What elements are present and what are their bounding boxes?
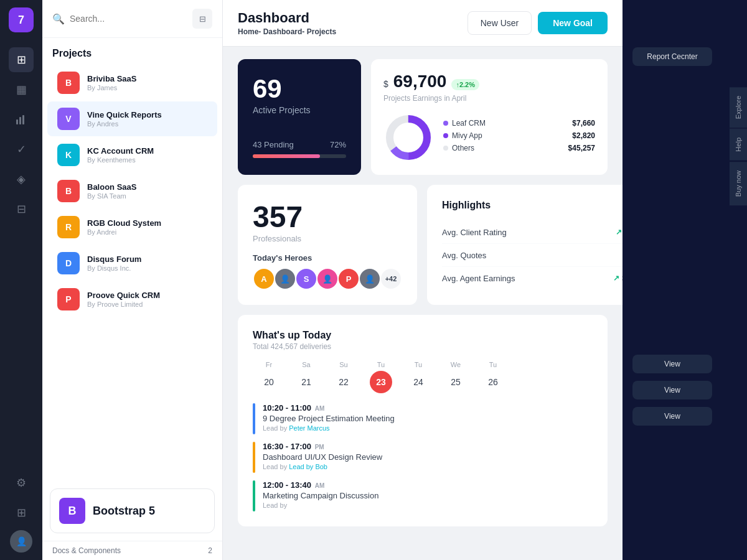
sidebar-item-check[interactable]: ✓	[9, 137, 34, 162]
svg-rect-1	[19, 117, 21, 124]
event-lead: Lead by Peter Marcus	[263, 424, 593, 432]
project-by: By Keenthemes	[87, 156, 207, 164]
project-item[interactable]: K KC Account CRM By Keenthemes	[47, 138, 217, 172]
project-info: Briviba SaaS By James	[87, 74, 207, 91]
project-item[interactable]: P Proove Quick CRM By Proove Limited	[47, 282, 217, 317]
search-input[interactable]	[70, 14, 187, 24]
earnings-number: 69,700	[393, 72, 447, 91]
view-button-2[interactable]: View	[632, 381, 712, 399]
cal-day-num: 24	[407, 371, 430, 393]
calendar-day[interactable]: Fr 20	[253, 361, 285, 393]
sidebar-item-grid2[interactable]: ⊞	[9, 500, 34, 525]
legend-value: $2,820	[572, 131, 595, 140]
new-user-button[interactable]: New User	[467, 11, 532, 35]
event-body: 16:30 - 17:00 PM Dashboard UI/UX Design …	[263, 442, 593, 470]
calendar-day[interactable]: Tu 26	[477, 361, 509, 393]
heroes-label: Today's Heroes	[253, 253, 402, 263]
project-name: Disqus Forum	[87, 254, 207, 264]
cal-day-label: Tu	[489, 361, 497, 368]
filter-button[interactable]: ⊟	[192, 9, 212, 29]
project-info: Disqus Forum By Disqus Inc.	[87, 254, 207, 272]
header-left: Dashboard Home- Dashboard- Projects	[238, 10, 336, 36]
pending-row: 43 Pending 72%	[253, 140, 346, 149]
main-content: Dashboard Home- Dashboard- Projects New …	[223, 0, 622, 560]
hero-avatar: 👤	[359, 268, 381, 290]
highlight-name: Avg. Agent Earnings	[442, 274, 515, 283]
event-lead-link[interactable]: Lead by Bob	[289, 463, 327, 470]
cal-day-num: 22	[332, 371, 355, 393]
pending-pct: 72%	[330, 140, 346, 149]
project-item[interactable]: R RGB Cloud System By Andrei	[47, 210, 217, 245]
calendar-day[interactable]: Su 22	[327, 361, 360, 393]
sidebar-item-settings[interactable]: ⚙	[9, 470, 34, 495]
legend-dot	[443, 121, 448, 126]
legend: Leaf CRM $7,660 Mivy App $2,820 Others $…	[443, 119, 595, 156]
highlight-value: ↗ 7.8/10	[616, 227, 622, 237]
stats-label: Professionals	[253, 234, 402, 243]
earnings-card: $ 69,700 ↑2.2% Projects Earnings in Apri…	[371, 59, 608, 175]
view-button-1[interactable]: View	[632, 355, 712, 373]
project-logo: V	[57, 108, 80, 130]
pending-label: 43 Pending	[253, 140, 294, 149]
project-name: Baloon SaaS	[87, 182, 207, 192]
sidebar-item-chart[interactable]	[9, 107, 34, 132]
cal-day-label: We	[451, 361, 461, 368]
new-goal-button[interactable]: New Goal	[538, 12, 608, 34]
sidebar-item-layout[interactable]: ▦	[9, 77, 34, 102]
buy-now-tab[interactable]: Buy now	[730, 162, 747, 205]
project-name: KC Account CRM	[87, 146, 207, 156]
heroes-section: Today's Heroes A👤S👤P👤+42	[253, 253, 402, 290]
earnings-badge: ↑2.2%	[451, 79, 479, 90]
project-item[interactable]: V Vine Quick Reports By Andres	[47, 101, 217, 136]
page-title: Dashboard	[238, 10, 336, 26]
cal-day-num: 23	[370, 371, 392, 393]
right-panel: Explore Help Buy now Report Cecnter View…	[622, 0, 747, 560]
view-button-3[interactable]: View	[632, 407, 712, 426]
cal-day-num: 26	[482, 371, 504, 393]
report-center-button[interactable]: Report Cecnter	[632, 47, 712, 66]
project-logo: B	[57, 72, 80, 94]
calendar-day[interactable]: We 25	[439, 361, 472, 393]
cal-day-label: Tu	[415, 361, 422, 368]
event-name: Dashboard UI/UX Design Review	[263, 452, 593, 462]
event-accent	[253, 442, 255, 473]
hero-avatar: 👤	[274, 268, 296, 290]
project-logo: B	[57, 180, 80, 202]
breadcrumb: Home- Dashboard- Projects	[238, 27, 336, 36]
project-name: RGB Cloud System	[87, 218, 207, 228]
project-item[interactable]: D Disqus Forum By Disqus Inc.	[47, 246, 217, 281]
sidebar-item-grid[interactable]: ⊞	[9, 47, 34, 72]
event-item: 10:20 - 11:00 AM 9 Degree Project Estima…	[253, 403, 593, 434]
bottom-user-avatar[interactable]: 👤	[10, 530, 32, 553]
user-avatar[interactable]: 7	[9, 7, 34, 32]
project-item[interactable]: B Briviba SaaS By James	[47, 65, 217, 100]
calendar-day[interactable]: Tu 23	[365, 361, 397, 393]
event-item: 12:00 - 13:40 AM Marketing Campaign Disc…	[253, 480, 593, 511]
sidebar-item-layers[interactable]: ◈	[9, 167, 34, 192]
project-by: By James	[87, 84, 207, 91]
event-lead-link[interactable]: Peter Marcus	[289, 424, 329, 432]
search-icon: 🔍	[52, 13, 65, 25]
event-list: 10:20 - 11:00 AM 9 Degree Project Estima…	[253, 403, 593, 511]
calendar-day[interactable]: Tu 24	[402, 361, 435, 393]
projects-title: Projects	[42, 38, 222, 64]
dashboard-body: 69 Active Projects 43 Pending 72% $ 69,7…	[223, 47, 622, 560]
cal-day-label: Fr	[266, 361, 272, 368]
project-info: Proove Quick CRM By Proove Limited	[87, 291, 207, 308]
search-bar: 🔍 ⊟	[42, 0, 222, 38]
calendar-day[interactable]: Sa 21	[290, 361, 322, 393]
project-item[interactable]: B Baloon SaaS By SIA Team	[47, 174, 217, 208]
docs-row[interactable]: Docs & Components 2	[42, 541, 222, 560]
active-label: Active Projects	[253, 105, 346, 115]
svg-rect-0	[16, 119, 18, 124]
sidebar-item-briefcase[interactable]: ⊟	[9, 197, 34, 222]
help-tab[interactable]: Help	[730, 129, 747, 161]
event-accent	[253, 403, 255, 434]
project-by: By Proove Limited	[87, 301, 207, 308]
explore-tab[interactable]: Explore	[730, 87, 747, 128]
left-panel: 🔍 ⊟ Projects B Briviba SaaS By James V V…	[42, 0, 223, 560]
whatsup-title: What's up Today	[253, 330, 593, 341]
cal-day-num: 25	[444, 371, 467, 393]
event-time: 10:20 - 11:00 AM	[263, 403, 593, 413]
legend-item: Others $45,257	[443, 144, 595, 152]
